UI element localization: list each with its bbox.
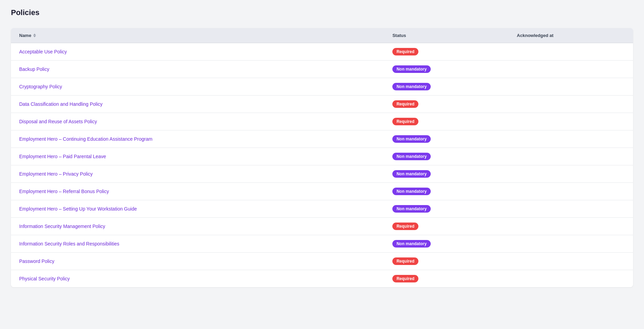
page-title: Policies [11,8,633,17]
policy-status-cell: Required [384,253,508,270]
policy-status-cell: Required [384,96,508,113]
policy-name-cell: Employment Hero – Setting Up Your Workst… [11,200,384,218]
policy-acknowledged-cell [509,113,633,130]
policy-status-cell: Non mandatory [384,165,508,183]
policy-link[interactable]: Cryptography Policy [19,84,62,89]
table-row: Cryptography PolicyNon mandatory [11,78,633,96]
policy-status-cell: Non mandatory [384,61,508,78]
policy-link[interactable]: Backup Policy [19,66,49,72]
status-badge: Required [392,118,418,125]
header-row: Name Status Acknowledged at [11,28,633,43]
policy-status-cell: Required [384,43,508,61]
policy-acknowledged-cell [509,253,633,270]
policy-acknowledged-cell [509,270,633,288]
status-badge: Non mandatory [392,135,431,143]
policy-link[interactable]: Employment Hero – Referral Bonus Policy [19,189,109,194]
policy-acknowledged-cell [509,200,633,218]
sort-icon[interactable] [33,34,36,37]
status-badge: Required [392,275,418,282]
policy-name-cell: Cryptography Policy [11,78,384,96]
table-row: Disposal and Reuse of Assets PolicyRequi… [11,113,633,130]
policy-name-cell: Backup Policy [11,61,384,78]
table-row: Information Security Roles and Responsib… [11,235,633,253]
policy-status-cell: Non mandatory [384,235,508,253]
policy-acknowledged-cell [509,235,633,253]
table-row: Employment Hero – Paid Parental LeaveNon… [11,148,633,165]
policy-status-cell: Required [384,113,508,130]
policy-link[interactable]: Physical Security Policy [19,276,70,281]
sort-up-icon [33,34,36,35]
policy-status-cell: Required [384,270,508,288]
table-row: Employment Hero – Continuing Education A… [11,130,633,148]
policy-name-cell: Employment Hero – Privacy Policy [11,165,384,183]
status-badge: Non mandatory [392,205,431,213]
policy-acknowledged-cell [509,43,633,61]
table-row: Acceptable Use PolicyRequired [11,43,633,61]
table-row: Backup PolicyNon mandatory [11,61,633,78]
policy-name-cell: Information Security Roles and Responsib… [11,235,384,253]
column-header-status: Status [384,28,508,43]
policy-acknowledged-cell [509,130,633,148]
policy-link[interactable]: Password Policy [19,258,54,264]
policy-link[interactable]: Acceptable Use Policy [19,49,67,54]
policy-status-cell: Required [384,218,508,235]
column-header-acknowledged: Acknowledged at [509,28,633,43]
status-badge: Required [392,257,418,265]
policy-link[interactable]: Information Security Management Policy [19,224,105,229]
status-badge: Non mandatory [392,153,431,160]
policy-status-cell: Non mandatory [384,78,508,96]
status-badge: Non mandatory [392,170,431,178]
policy-link[interactable]: Disposal and Reuse of Assets Policy [19,119,97,124]
policy-name-cell: Disposal and Reuse of Assets Policy [11,113,384,130]
column-header-name: Name [11,28,384,43]
policy-name-cell: Data Classification and Handling Policy [11,96,384,113]
status-badge: Non mandatory [392,188,431,195]
policy-link[interactable]: Information Security Roles and Responsib… [19,241,119,246]
policy-name-cell: Information Security Management Policy [11,218,384,235]
status-badge: Non mandatory [392,65,431,73]
policy-name-cell: Acceptable Use Policy [11,43,384,61]
status-badge: Non mandatory [392,83,431,90]
policy-name-cell: Password Policy [11,253,384,270]
policy-acknowledged-cell [509,218,633,235]
policy-link[interactable]: Data Classification and Handling Policy [19,101,103,107]
policy-status-cell: Non mandatory [384,130,508,148]
status-badge: Required [392,100,418,108]
policies-table: Name Status Acknowledged at Acceptable U… [11,28,633,287]
table-row: Physical Security PolicyRequired [11,270,633,288]
status-badge: Non mandatory [392,240,431,248]
policy-acknowledged-cell [509,78,633,96]
policy-acknowledged-cell [509,96,633,113]
table-row: Password PolicyRequired [11,253,633,270]
column-name-label: Name [19,33,31,38]
policy-link[interactable]: Employment Hero – Privacy Policy [19,171,93,177]
table-row: Employment Hero – Referral Bonus PolicyN… [11,183,633,200]
sort-down-icon [33,36,36,37]
policy-link[interactable]: Employment Hero – Paid Parental Leave [19,154,106,159]
table-header: Name Status Acknowledged at [11,28,633,43]
table-row: Employment Hero – Privacy PolicyNon mand… [11,165,633,183]
page-container: Policies Name Status Acknowle [0,0,644,295]
table-row: Employment Hero – Setting Up Your Workst… [11,200,633,218]
policy-link[interactable]: Employment Hero – Setting Up Your Workst… [19,206,137,212]
status-badge: Required [392,48,418,55]
policy-name-cell: Physical Security Policy [11,270,384,288]
table-container: Name Status Acknowledged at Acceptable U… [11,28,633,287]
policy-acknowledged-cell [509,183,633,200]
policy-status-cell: Non mandatory [384,200,508,218]
policy-acknowledged-cell [509,61,633,78]
policy-acknowledged-cell [509,165,633,183]
policy-acknowledged-cell [509,148,633,165]
policy-link[interactable]: Employment Hero – Continuing Education A… [19,136,152,142]
policy-status-cell: Non mandatory [384,148,508,165]
status-badge: Required [392,223,418,230]
policy-status-cell: Non mandatory [384,183,508,200]
table-row: Data Classification and Handling PolicyR… [11,96,633,113]
policy-name-cell: Employment Hero – Paid Parental Leave [11,148,384,165]
policy-name-cell: Employment Hero – Referral Bonus Policy [11,183,384,200]
table-body: Acceptable Use PolicyRequiredBackup Poli… [11,43,633,288]
policy-name-cell: Employment Hero – Continuing Education A… [11,130,384,148]
table-row: Information Security Management PolicyRe… [11,218,633,235]
